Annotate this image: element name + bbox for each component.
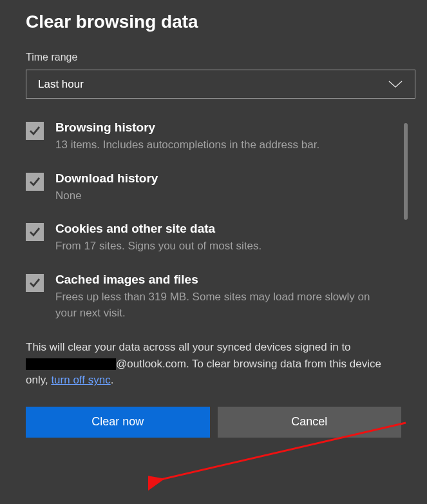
sync-footnote: This will clear your data across all you… [26,339,401,389]
option-cached: Cached images and files Frees up less th… [26,273,388,321]
dialog-buttons: Clear now Cancel [26,407,401,438]
options-list: Browsing history 13 items. Includes auto… [26,121,401,321]
option-cookies: Cookies and other site data From 17 site… [26,222,388,255]
option-desc: 13 items. Includes autocompletions in th… [55,137,388,153]
option-title: Download history [55,171,388,186]
time-range-select[interactable]: Last hour [26,70,415,99]
footnote-pre: This will clear your data across all you… [26,341,351,353]
option-desc: From 17 sites. Signs you out of most sit… [55,238,388,255]
time-range-label: Time range [26,52,401,63]
scrollbar-thumb[interactable] [404,123,408,220]
time-range-value: Last hour [38,78,84,91]
clear-browsing-data-dialog: Clear browsing data Time range Last hour… [0,0,427,451]
option-title: Cookies and other site data [55,222,388,236]
option-title: Browsing history [55,121,388,135]
checkbox-cached[interactable] [26,274,44,292]
option-download-history: Download history None [26,171,388,204]
redacted-email-local [26,358,116,370]
option-desc: Frees up less than 319 MB. Some sites ma… [55,289,388,321]
option-title: Cached images and files [55,273,388,287]
dialog-title: Clear browsing data [26,12,401,32]
clear-now-button[interactable]: Clear now [26,407,210,438]
footnote-post: . [111,374,114,386]
cancel-button[interactable]: Cancel [218,407,402,438]
turn-off-sync-link[interactable]: turn off sync [51,374,110,386]
checkbox-browsing-history[interactable] [26,122,44,140]
checkbox-cookies[interactable] [26,223,44,241]
chevron-down-icon [388,80,403,89]
option-browsing-history: Browsing history 13 items. Includes auto… [26,121,388,153]
option-desc: None [55,188,388,204]
checkbox-download-history[interactable] [26,173,44,191]
